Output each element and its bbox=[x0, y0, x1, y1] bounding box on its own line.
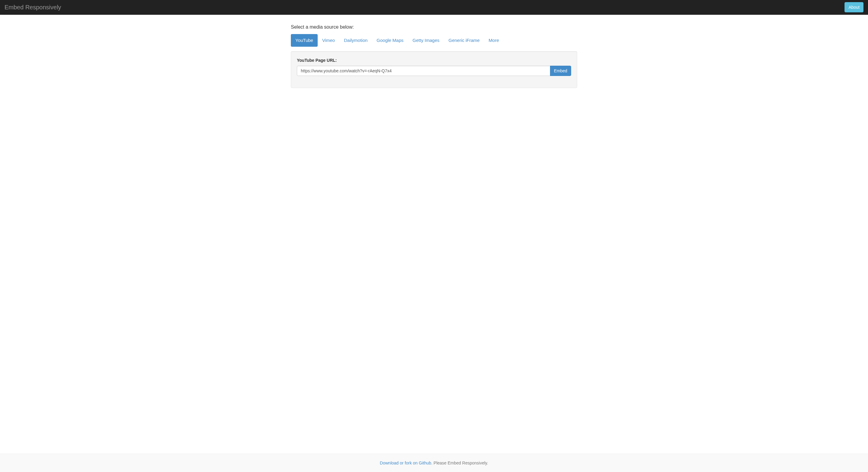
tab-label: Vimeo bbox=[318, 34, 339, 46]
github-link[interactable]: Download or fork on Github bbox=[380, 461, 431, 465]
tab-youtube[interactable]: YouTube bbox=[291, 34, 318, 46]
source-tabs: YouTube Vimeo Dailymotion Google Maps Ge… bbox=[291, 34, 577, 46]
tab-google-maps[interactable]: Google Maps bbox=[372, 34, 408, 46]
tab-vimeo[interactable]: Vimeo bbox=[318, 34, 339, 46]
tab-label: Dailymotion bbox=[339, 34, 372, 46]
navbar-brand[interactable]: Embed Responsively bbox=[4, 0, 66, 15]
tab-label: YouTube bbox=[291, 34, 318, 46]
tab-more[interactable]: More bbox=[484, 34, 503, 46]
url-input-group: Embed bbox=[297, 66, 571, 76]
tab-dailymotion[interactable]: Dailymotion bbox=[339, 34, 372, 46]
about-button[interactable]: About bbox=[844, 2, 864, 12]
navbar: Embed Responsively About bbox=[0, 0, 868, 15]
intro-text: Select a media source below: bbox=[291, 24, 577, 31]
tab-label: Getty Images bbox=[408, 34, 444, 46]
url-label: YouTube Page URL: bbox=[297, 57, 571, 63]
tab-label: More bbox=[484, 34, 503, 46]
tab-label: Generic iFrame bbox=[444, 34, 484, 46]
url-form-well: YouTube Page URL: Embed bbox=[291, 51, 577, 88]
footer-suffix: . Please Embed Responsively. bbox=[431, 461, 488, 465]
main-container: Select a media source below: YouTube Vim… bbox=[286, 15, 582, 453]
embed-button[interactable]: Embed bbox=[550, 66, 571, 76]
tab-label: Google Maps bbox=[372, 34, 408, 46]
navbar-right: About bbox=[844, 2, 864, 12]
footer: Download or fork on Github. Please Embed… bbox=[0, 453, 868, 472]
url-input[interactable] bbox=[297, 66, 550, 76]
tab-getty-images[interactable]: Getty Images bbox=[408, 34, 444, 46]
tab-generic-iframe[interactable]: Generic iFrame bbox=[444, 34, 484, 46]
